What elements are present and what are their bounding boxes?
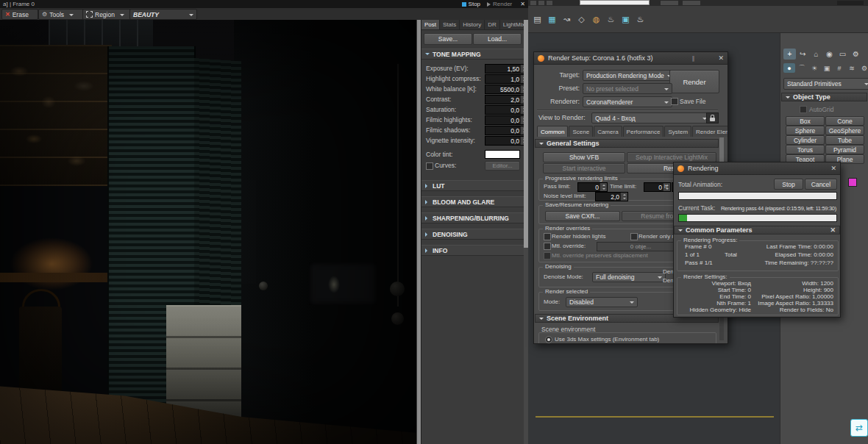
mtl-preserve-checkbox[interactable] xyxy=(544,252,551,259)
rendering-close-icon[interactable]: ✕ xyxy=(830,165,836,172)
create-sphere-button[interactable]: Sphere xyxy=(786,126,825,135)
white-balance-input[interactable]: 5500,0 xyxy=(485,85,528,94)
motion-tab-icon[interactable]: ◉ xyxy=(823,49,836,60)
object-color-swatch[interactable] xyxy=(848,178,857,187)
setup-lightmix-button[interactable]: Setup Interactive LightMix xyxy=(627,152,716,162)
hierarchy-tab-icon[interactable]: ⌂ xyxy=(810,49,822,60)
vfb-tab-history[interactable]: History xyxy=(460,20,485,29)
filmic-highlights-input[interactable]: 0,0 xyxy=(485,115,528,125)
shapes-icon[interactable]: ⌒ xyxy=(796,63,808,73)
save-settings-button[interactable]: Save... xyxy=(424,33,472,45)
target-combo[interactable]: Production Rendering Mode xyxy=(583,70,672,81)
highlight-compress-input[interactable]: 1,0 xyxy=(485,74,528,84)
create-pyramid-button[interactable]: Pyramid xyxy=(825,145,864,154)
section-lut[interactable]: LUT xyxy=(421,180,524,191)
create-torus-button[interactable]: Torus xyxy=(786,145,825,154)
systems-icon[interactable]: ⚙ xyxy=(858,63,868,73)
drag-grip-icon[interactable]: ∥ xyxy=(692,55,695,62)
vfb-render-button[interactable]: Render xyxy=(487,1,512,7)
tab-scene[interactable]: Scene xyxy=(569,126,593,137)
view-to-render-combo[interactable]: Quad 4 - Вход xyxy=(591,112,711,123)
tools-dropdown[interactable]: ⚙ Tools xyxy=(38,9,84,20)
tab-render-elements[interactable]: Render Elements xyxy=(692,126,728,137)
curves-editor-button[interactable]: Editor... xyxy=(485,161,520,171)
denoise-mode-combo[interactable]: Full denoising xyxy=(592,272,666,282)
save-file-checkbox[interactable] xyxy=(671,98,678,105)
vignette-intensity-input[interactable]: 0,0 xyxy=(485,136,528,146)
section-info[interactable]: INFO xyxy=(421,245,524,256)
common-parameters-rollout[interactable]: Common Parameters ✕ xyxy=(674,226,840,234)
spacewarps-icon[interactable]: ≋ xyxy=(846,63,858,73)
preset-combo[interactable]: No preset selected xyxy=(583,83,672,94)
vfb-stop-button[interactable]: Stop xyxy=(462,1,480,7)
schematic-view-icon[interactable]: ◇ xyxy=(574,10,588,29)
show-vfb-button[interactable]: Show VFB xyxy=(543,152,625,162)
render-production-icon[interactable]: ♨ xyxy=(633,10,647,29)
start-interactive-button[interactable]: Start interactive xyxy=(543,163,625,173)
create-tube-button[interactable]: Tube xyxy=(825,135,864,145)
render-setup-titlebar[interactable]: Render Setup: Corona 1.6 (hotfix 3) ∥ ✕ xyxy=(534,52,728,65)
utilities-tab-icon[interactable]: ⚙ xyxy=(850,49,862,60)
primitives-category-select[interactable]: Standard Primitives xyxy=(783,78,868,90)
vfb-close-icon[interactable]: ✕ xyxy=(520,1,525,7)
create-box-button[interactable]: Box xyxy=(786,116,825,126)
cancel-button[interactable]: Cancel xyxy=(805,179,837,190)
vfb-tab-post[interactable]: Post xyxy=(421,20,440,29)
tab-performance[interactable]: Performance xyxy=(623,126,664,137)
renderer-combo[interactable]: CoronaRenderer xyxy=(583,96,672,107)
filmic-shadows-input[interactable]: 0,0 xyxy=(485,126,528,135)
rendered-frame-icon[interactable]: ▣ xyxy=(619,10,633,29)
cameras-icon[interactable]: ▣ xyxy=(821,63,833,73)
region-dropdown[interactable]: Region xyxy=(82,9,132,20)
save-cxr-button[interactable]: Save CXR... xyxy=(545,211,620,221)
helpers-icon[interactable]: # xyxy=(833,63,845,73)
render-only-mask-checkbox[interactable] xyxy=(630,233,638,240)
contrast-input[interactable]: 2,0 xyxy=(485,95,528,104)
vfb-tab-dr[interactable]: DR xyxy=(485,20,500,29)
tab-common[interactable]: Common xyxy=(537,126,568,137)
use-max-settings-radio[interactable] xyxy=(545,336,552,343)
spinner-control[interactable] xyxy=(600,183,607,191)
color-tint-swatch[interactable] xyxy=(485,150,520,159)
render-selected-mode-combo[interactable]: Disabled xyxy=(566,297,638,307)
render-setup-icon[interactable]: ♨ xyxy=(604,10,618,29)
modify-tab-icon[interactable]: ↪ xyxy=(797,49,809,60)
tab-camera[interactable]: Camera xyxy=(594,126,622,137)
vfb-titlebar[interactable]: а] | Frame 0 Stop Render ✕ xyxy=(0,0,528,8)
create-cone-button[interactable]: Cone xyxy=(825,116,864,126)
rendered-image[interactable] xyxy=(0,20,416,444)
material-editor-icon[interactable]: ◍ xyxy=(589,10,603,29)
autogrid-checkbox[interactable] xyxy=(800,106,807,113)
vfb-tab-stats[interactable]: Stats xyxy=(440,20,460,29)
lights-icon[interactable]: ☀ xyxy=(808,63,820,73)
create-cylinder-button[interactable]: Cylinder xyxy=(786,135,825,145)
pass-limit-input[interactable]: 0 xyxy=(577,182,608,192)
load-settings-button[interactable]: Load... xyxy=(473,33,522,45)
object-type-rollout[interactable]: Object Type xyxy=(781,93,867,101)
section-bloom-glare[interactable]: BLOOM AND GLARE xyxy=(421,196,524,207)
display-tab-icon[interactable]: ▭ xyxy=(836,49,849,60)
section-tone-mapping[interactable]: TONE MAPPING xyxy=(421,49,524,60)
render-button[interactable]: Render xyxy=(669,70,719,93)
tab-system[interactable]: System xyxy=(664,126,691,137)
section-sharpening-blurring[interactable]: SHARPENING/BLURRING xyxy=(421,212,524,223)
manage-layers-icon[interactable]: ▤ xyxy=(530,10,544,29)
notification-icon[interactable]: ⇄ xyxy=(850,419,868,437)
curves-checkbox[interactable] xyxy=(426,162,433,170)
create-geosphere-button[interactable]: GeoSphere xyxy=(825,126,864,135)
section-denoising[interactable]: DENOISING xyxy=(421,229,524,240)
channel-dropdown[interactable]: BEAUTY xyxy=(129,9,197,20)
general-settings-rollout[interactable]: General Settings xyxy=(535,139,719,148)
graphite-ribbon-icon[interactable]: ▦ xyxy=(545,10,559,29)
lock-view-button[interactable] xyxy=(706,112,719,123)
saturation-input[interactable]: 0,0 xyxy=(485,105,528,115)
rollout-close-icon[interactable]: ✕ xyxy=(830,226,836,234)
render-setup-close-icon[interactable]: ✕ xyxy=(718,54,724,62)
mtl-override-slot[interactable]: 0 obje... xyxy=(597,242,685,251)
spinner-control[interactable] xyxy=(620,193,627,201)
stop-button[interactable]: Stop xyxy=(774,179,803,190)
erase-button[interactable]: ✕ Erase xyxy=(1,9,38,20)
render-hidden-lights-checkbox[interactable] xyxy=(544,233,551,240)
create-tab-icon[interactable]: + xyxy=(783,49,796,60)
exposure-input[interactable]: 1,50 xyxy=(485,64,528,74)
